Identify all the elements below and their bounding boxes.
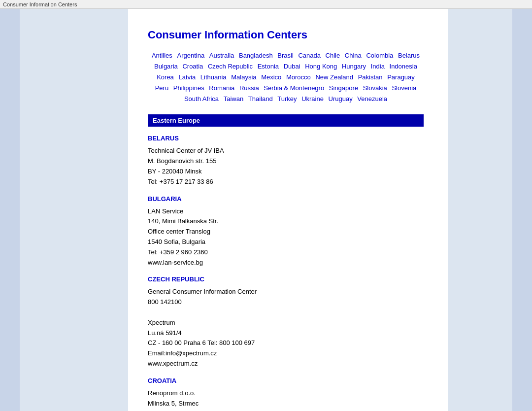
link-bangladesh[interactable]: Bangladesh [239, 52, 273, 59]
page-title: Consumer Information Centers [148, 29, 424, 41]
right-panel [512, 9, 532, 411]
link-serbia[interactable]: Serbia & Montenegro [264, 84, 324, 92]
country-links: Antilles Argentina Australia Bangladesh … [148, 50, 424, 104]
link-bulgaria[interactable]: Bulgaria [154, 63, 178, 70]
country-name-czech-republic: CZECH REPUBLIC [148, 275, 424, 283]
country-block-croatia: CROATIA Renoprom d.o.o. Mlinska 5, Strme… [148, 377, 424, 411]
country-block-bulgaria: BULGARIA LAN Service 140, Mimi Balkanska… [148, 195, 424, 268]
country-info-czech-republic: General Consumer Information Center 800 … [148, 287, 424, 369]
link-croatia[interactable]: Croatia [182, 63, 203, 70]
link-dubai[interactable]: Dubai [284, 63, 300, 70]
link-brasil[interactable]: Brasil [277, 52, 294, 59]
link-peru[interactable]: Peru [155, 84, 168, 92]
content-area: Consumer Information Centers Antilles Ar… [128, 9, 448, 411]
link-morocco[interactable]: Morocco [286, 73, 311, 81]
country-info-belarus: Technical Center of JV IBA M. Bogdanovic… [148, 146, 424, 187]
link-canada[interactable]: Canada [298, 52, 321, 59]
link-uruguay[interactable]: Uruguay [329, 95, 353, 103]
link-antilles[interactable]: Antilles [152, 52, 172, 59]
link-slovenia[interactable]: Slovenia [392, 84, 416, 92]
link-korea[interactable]: Korea [157, 73, 174, 81]
link-singapore[interactable]: Singapore [329, 84, 358, 92]
link-lithuania[interactable]: Lithuania [200, 73, 227, 81]
country-info-croatia: Renoprom d.o.o. Mlinska 5, Strmec HR - 4… [148, 388, 424, 411]
link-hungary[interactable]: Hungary [342, 63, 366, 70]
link-romania[interactable]: Romania [209, 84, 234, 92]
right-inner-panel [448, 9, 512, 411]
link-estonia[interactable]: Estonia [258, 63, 279, 70]
link-chile[interactable]: Chile [326, 52, 340, 59]
country-name-bulgaria: BULGARIA [148, 195, 424, 203]
link-argentina[interactable]: Argentina [177, 52, 204, 59]
link-philippines[interactable]: Philippines [173, 84, 204, 92]
country-block-belarus: BELARUS Technical Center of JV IBA M. Bo… [148, 135, 424, 187]
link-thailand[interactable]: Thailand [248, 95, 273, 103]
link-slovakia[interactable]: Slovakia [363, 84, 387, 92]
link-turkey[interactable]: Turkey [277, 95, 297, 103]
link-paraguay[interactable]: Paraguay [387, 73, 415, 81]
title-bar: Consumer Information Centers [0, 0, 532, 9]
link-czech-republic[interactable]: Czech Republic [208, 63, 253, 70]
link-mexico[interactable]: Mexico [261, 73, 281, 81]
link-russia[interactable]: Russia [239, 84, 259, 92]
link-india[interactable]: India [371, 63, 385, 70]
link-ukraine[interactable]: Ukraine [301, 95, 324, 103]
left-inner-panel [20, 9, 128, 411]
link-indonesia[interactable]: Indonesia [390, 63, 417, 70]
left-panel [0, 9, 20, 411]
link-venezuela[interactable]: Venezuela [357, 95, 387, 103]
link-australia[interactable]: Australia [209, 52, 234, 59]
link-hong-kong[interactable]: Hong Kong [305, 63, 337, 70]
link-south-africa[interactable]: South Africa [184, 95, 219, 103]
link-new-zealand[interactable]: New Zealand [315, 73, 353, 81]
country-name-belarus: BELARUS [148, 135, 424, 142]
link-latvia[interactable]: Latvia [178, 73, 196, 81]
title-bar-text: Consumer Information Centers [3, 1, 77, 7]
link-china[interactable]: China [345, 52, 362, 59]
country-name-croatia: CROATIA [148, 377, 424, 384]
link-colombia[interactable]: Colombia [366, 52, 393, 59]
region-header: Eastern Europe [148, 114, 424, 127]
link-taiwan[interactable]: Taiwan [224, 95, 243, 103]
country-info-bulgaria: LAN Service 140, Mimi Balkanska Str. Off… [148, 206, 424, 268]
link-pakistan[interactable]: Pakistan [358, 73, 383, 81]
link-belarus[interactable]: Belarus [398, 52, 420, 59]
link-malaysia[interactable]: Malaysia [231, 73, 256, 81]
country-block-czech-republic: CZECH REPUBLIC General Consumer Informat… [148, 275, 424, 369]
